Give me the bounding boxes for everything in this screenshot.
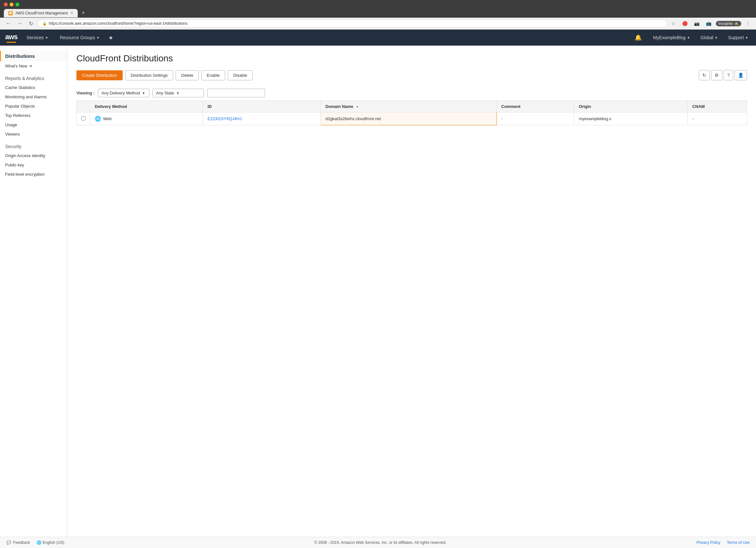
delete-button[interactable]: Delete: [176, 70, 199, 80]
user-icon-button[interactable]: 👤: [734, 70, 747, 80]
services-label: Services: [27, 35, 44, 40]
row-checkbox[interactable]: [81, 116, 85, 120]
copyright-text: © 2008 - 2019, Amazon Web Services, Inc.…: [314, 540, 446, 545]
tab-title: AWS CloudFront Management: [15, 11, 68, 15]
td-comment: -: [497, 112, 574, 125]
close-button[interactable]: [4, 3, 8, 6]
support-menu[interactable]: Support ▼: [725, 34, 751, 41]
sidebar-reports-section-header: Reports & Analytics: [0, 71, 67, 83]
sidebar-security-section-header: Security: [0, 139, 67, 151]
minimize-button[interactable]: [10, 3, 13, 6]
sidebar-item-viewers[interactable]: Viewers: [0, 129, 67, 139]
extension-icon[interactable]: 🔴: [680, 20, 690, 27]
maximize-button[interactable]: [15, 3, 19, 6]
screenshot-icon[interactable]: 📷: [692, 20, 701, 27]
enable-button[interactable]: Enable: [201, 70, 225, 80]
th-origin: Origin: [574, 101, 688, 112]
whats-new-label: What's New: [5, 64, 27, 68]
th-cname: CNAM: [688, 101, 747, 112]
aws-logo: aws: [5, 33, 18, 43]
favorites-star-icon[interactable]: ★: [109, 35, 113, 41]
address-bar[interactable]: 🔒 https://console.aws.amazon.com/cloudfr…: [38, 20, 667, 27]
feedback-button[interactable]: 💬 Feedback: [6, 540, 30, 545]
state-select[interactable]: Any State ▼: [153, 89, 204, 97]
sidebar-item-usage[interactable]: Usage: [0, 120, 67, 129]
toolbar-actions: ☆ 🔴 📷 📺 Incognito 🕵️ ⋮: [670, 20, 752, 27]
menu-button[interactable]: ⋮: [744, 20, 752, 27]
language-label: English (US): [43, 540, 64, 545]
sidebar-item-whats-new[interactable]: What's New ✳: [0, 61, 67, 71]
services-menu[interactable]: Services ▼: [24, 34, 51, 41]
main-content: CloudFront Distributions Create Distribu…: [67, 46, 756, 537]
refresh-button[interactable]: ↻: [699, 70, 710, 80]
bookmark-star-icon[interactable]: ☆: [670, 20, 678, 27]
settings-icon-button[interactable]: ⚙: [711, 70, 722, 80]
state-chevron-icon: ▼: [176, 91, 180, 95]
th-id: ID: [203, 101, 321, 112]
tab-close-icon[interactable]: ✕: [70, 11, 73, 15]
state-value: Any State: [156, 91, 174, 95]
td-delivery-method: 🌐 Web: [90, 112, 203, 125]
support-label: Support: [728, 35, 744, 40]
browser-tabs: ⬜ AWS CloudFront Management ✕ +: [4, 8, 752, 18]
create-distribution-button[interactable]: Create Distribution: [76, 70, 123, 80]
active-tab[interactable]: ⬜ AWS CloudFront Management ✕: [4, 9, 78, 17]
traffic-lights: [4, 3, 752, 6]
sidebar-item-public-key[interactable]: Public key: [0, 160, 67, 170]
delivery-method-value: Web: [103, 116, 112, 121]
browser-chrome: ⬜ AWS CloudFront Management ✕ +: [0, 0, 756, 18]
sidebar-item-monitoring-alarms[interactable]: Monitoring and Alarms: [0, 92, 67, 102]
td-checkbox[interactable]: [77, 112, 90, 125]
field-level-encryption-label: Field-level encryption: [5, 172, 45, 177]
region-menu[interactable]: Global ▼: [698, 34, 720, 41]
th-domain-name[interactable]: Domain Name ▼: [321, 101, 497, 112]
table-header: Delivery Method ID Domain Name ▼ Comment…: [77, 101, 747, 112]
delivery-method-chevron-icon: ▼: [142, 91, 145, 95]
table-header-row: Delivery Method ID Domain Name ▼ Comment…: [77, 101, 747, 112]
usage-label: Usage: [5, 122, 17, 127]
help-button[interactable]: ?: [724, 70, 733, 80]
state-filter[interactable]: Any State ▼: [153, 89, 204, 97]
delivery-method-value: Any Delivery Method: [101, 91, 140, 95]
sidebar-item-top-referrers[interactable]: Top Referrers: [0, 111, 67, 120]
new-tab-button[interactable]: +: [79, 8, 88, 18]
language-selector[interactable]: 🌐 English (US): [37, 540, 64, 545]
tab-favicon: ⬜: [8, 11, 13, 15]
incognito-label: Incognito: [718, 22, 733, 25]
globe-lang-icon: 🌐: [37, 540, 41, 545]
resource-groups-menu[interactable]: Resource Groups ▼: [57, 34, 102, 41]
disable-button[interactable]: Disable: [228, 70, 252, 80]
cast-icon[interactable]: 📺: [704, 20, 713, 27]
notifications-bell-icon[interactable]: 🔔: [635, 34, 642, 41]
resource-groups-label: Resource Groups: [60, 35, 95, 40]
td-domain-name: d2gkat3s2bixhx.cloudfront.net: [321, 112, 497, 125]
sidebar-distributions-title[interactable]: Distributions: [1, 51, 67, 61]
sidebar: Distributions What's New ✳ Reports & Ana…: [0, 46, 67, 537]
monitoring-alarms-label: Monitoring and Alarms: [5, 94, 47, 99]
terms-of-use-link[interactable]: Terms of Use: [727, 540, 750, 545]
sidebar-item-field-level-encryption[interactable]: Field-level encryption: [0, 170, 67, 179]
domain-name-value: d2gkat3s2bixhx.cloudfront.net: [325, 116, 381, 121]
account-menu[interactable]: MyExampleBlog ▼: [651, 34, 693, 41]
delivery-method-select[interactable]: Any Delivery Method ▼: [98, 89, 149, 97]
resource-groups-chevron-icon: ▼: [96, 36, 100, 40]
th-delivery-method: Delivery Method: [90, 101, 203, 112]
th-checkbox: [77, 101, 90, 112]
services-chevron-icon: ▼: [45, 36, 48, 40]
reload-button[interactable]: ↻: [27, 20, 35, 27]
sidebar-item-cache-statistics[interactable]: Cache Statistics: [0, 83, 67, 92]
content-toolbar: Create Distribution Distribution Setting…: [76, 70, 747, 80]
region-label: Global: [700, 35, 713, 40]
privacy-policy-link[interactable]: Privacy Policy: [697, 540, 721, 545]
footer: 💬 Feedback 🌐 English (US) © 2008 - 2019,…: [0, 537, 756, 548]
sidebar-item-popular-objects[interactable]: Popular Objects: [0, 102, 67, 111]
sidebar-item-origin-access-identity[interactable]: Origin Access Identity: [0, 151, 67, 160]
distribution-id-link[interactable]: E2Z4I2XY6QJ4HJ: [207, 116, 242, 121]
td-cname: -: [688, 112, 747, 125]
support-chevron-icon: ▼: [745, 36, 748, 40]
search-input[interactable]: [207, 89, 265, 97]
forward-button[interactable]: →: [15, 20, 24, 27]
distribution-settings-button[interactable]: Distribution Settings: [125, 70, 173, 80]
back-button[interactable]: ←: [4, 20, 13, 27]
delivery-method-filter[interactable]: Any Delivery Method ▼: [98, 89, 149, 97]
